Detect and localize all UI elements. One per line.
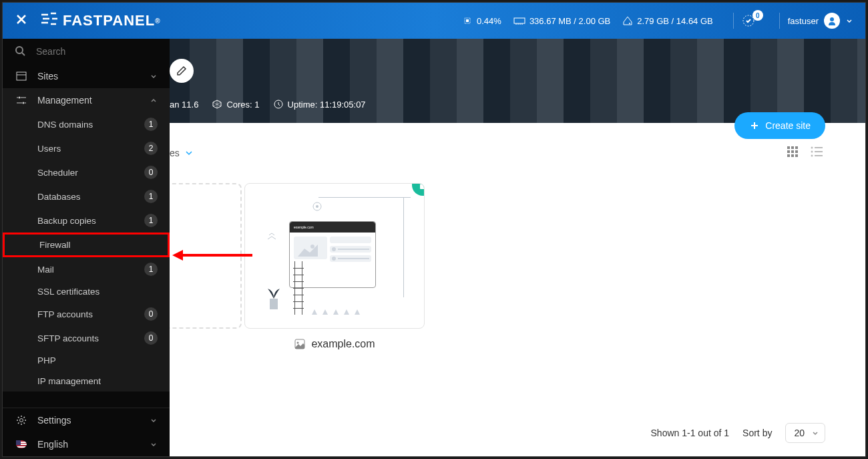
sidebar-subitem-ftp-accounts[interactable]: FTP accounts0 [3,302,170,326]
close-icon[interactable] [15,13,28,29]
gear-icon [15,415,28,426]
grid-view-button[interactable] [784,143,801,163]
disk-value: 2.79 GB / 14.64 GB [637,16,712,26]
svg-rect-14 [791,154,794,157]
sidebar-item-label: Management [37,95,150,106]
svg-rect-19 [815,151,823,152]
search-input[interactable] [36,46,158,57]
svg-rect-13 [787,154,790,157]
cores-info: Cores: 1 [212,99,259,110]
svg-rect-21 [815,155,823,156]
sidebar-subitem-ip-management[interactable]: IP management [3,371,170,392]
flag-icon [15,440,28,448]
chevron-down-icon [184,148,194,158]
svg-point-16 [811,147,813,149]
sidebar-subitem-label: FTP accounts [37,309,144,319]
grid-icon [787,146,799,158]
count-badge: 0 [144,307,158,321]
sidebar-subitem-dns-domains[interactable]: DNS domains1 [3,112,170,136]
sidebar-item-label: Settings [37,415,150,426]
sidebar-subitem-sftp-accounts[interactable]: SFTP accounts0 [3,326,170,350]
count-badge: 0 [144,166,158,179]
count-badge: 1 [144,190,158,203]
svg-rect-9 [795,146,798,149]
svg-rect-22 [420,184,425,189]
clock-icon [273,99,284,110]
svg-point-5 [830,17,834,21]
os-info: an 11.6 [170,100,198,110]
chevron-down-icon [150,440,158,448]
count-badge: 1 [144,214,158,227]
header-bar: FASTPANEL® 0.44% 336.67 MB / 2.00 GB 2.7… [3,3,865,39]
sidebar-subitem-mail[interactable]: Mail1 [3,257,170,281]
list-icon [811,146,823,158]
sidebar-subitem-label: Mail [37,265,144,275]
svg-point-24 [316,205,318,208]
sort-value: 20 [794,428,805,438]
sort-label: Sort by [742,428,772,438]
header-divider [779,13,780,29]
create-site-button[interactable]: Create site [734,112,825,139]
pencil-icon [176,65,187,76]
create-site-label: Create site [765,120,811,131]
memory-stat: 336.67 MB / 2.00 GB [513,16,610,26]
site-name-label[interactable]: example.com [311,338,375,350]
sidebar-subitem-label: Scheduler [37,168,144,178]
count-badge: 2 [144,142,158,155]
chevron-down-icon [811,429,819,437]
cpu-value: 0.44% [477,16,501,26]
user-menu[interactable]: fastuser [788,13,853,29]
svg-point-20 [811,155,813,157]
chevron-down-icon [845,17,853,25]
svg-rect-10 [787,150,790,153]
sidebar-subitem-label: Databases [37,192,144,202]
sidebar-subitem-firewall[interactable]: Firewall [3,233,170,257]
cpu-icon [462,15,473,26]
sidebar-subitem-ssl-certificates[interactable]: SSL certificates [3,281,170,302]
sidebar-subitem-databases[interactable]: Databases1 [3,184,170,208]
logo-icon [40,12,57,29]
svg-rect-7 [787,146,790,149]
sidebar-subitem-scheduler[interactable]: Scheduler0 [3,160,170,184]
list-view-button[interactable] [808,143,825,163]
memory-icon [513,16,525,25]
cores-icon [212,99,222,110]
shown-count: Shown 1-1 out of 1 [651,428,730,438]
main-content: Create site es [170,123,865,456]
sidebar-item-language[interactable]: English [3,432,170,456]
sidebar-subitem-backup-copies[interactable]: Backup copies1 [3,208,170,233]
management-icon [15,95,28,106]
logo-text: FASTPANEL [63,12,155,29]
sidebar-item-settings[interactable]: Settings [3,408,170,432]
sidebar-subitem-label: DNS domains [37,120,144,130]
site-name-row: example.com [244,338,425,350]
disk-stat: 2.79 GB / 14.64 GB [622,15,712,26]
uptime-info: Uptime: 11:19:05:07 [273,99,366,110]
logo-registered: ® [155,17,160,25]
site-thumbnail: example.com [244,183,425,329]
site-card[interactable]: example.com [244,183,425,357]
sidebar: Sites Management DNS domains1Users2Sched… [3,39,170,456]
sidebar-item-management[interactable]: Management [3,88,170,112]
filter-dropdown[interactable]: es [170,148,194,158]
svg-point-31 [19,97,21,99]
search-row[interactable] [3,39,170,64]
logo[interactable]: FASTPANEL® [40,12,161,29]
sidebar-subitem-label: IP management [37,376,158,386]
svg-rect-30 [17,72,26,80]
disk-icon [622,15,633,26]
sidebar-item-sites[interactable]: Sites [3,64,170,88]
sort-select[interactable]: 20 [785,423,825,443]
svg-point-3 [629,23,630,24]
sites-icon [15,71,28,82]
edit-button[interactable] [170,59,194,83]
sidebar-subitem-label: Users [37,144,144,154]
notifications-button[interactable]: 0 [742,14,759,27]
count-badge: 1 [144,118,158,131]
svg-point-32 [23,102,25,104]
svg-point-28 [297,342,299,344]
chevron-down-icon [150,416,158,424]
sidebar-subitem-users[interactable]: Users2 [3,136,170,160]
header-divider [733,13,734,29]
sidebar-subitem-php[interactable]: PHP [3,350,170,371]
